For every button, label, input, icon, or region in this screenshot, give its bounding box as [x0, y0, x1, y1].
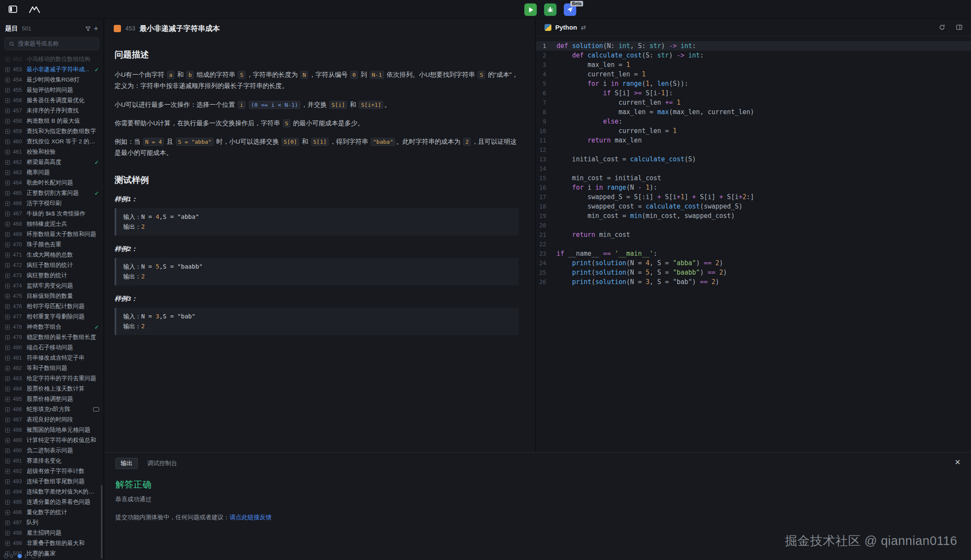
problem-list-item[interactable]: 494连续数字差绝对值为K的问题: [0, 487, 103, 497]
code-area[interactable]: 1def solution(N: int, S: str) -> int:2 d…: [536, 36, 971, 452]
problem-list-item[interactable]: 457未排序的子序列查找: [0, 106, 103, 116]
problem-list-item[interactable]: 456服务器任务调度最优化: [0, 95, 103, 106]
problem-list-item[interactable]: 469环形数组最大子数组和问题: [0, 229, 103, 239]
problem-list-item[interactable]: 492超级有效子字符串计数: [0, 466, 103, 476]
code-line[interactable]: 23if __name__ == '__main__':: [536, 249, 971, 258]
problem-list-item[interactable]: 468独特橡皮泥士兵: [0, 219, 103, 229]
text-token: 1: [646, 184, 650, 191]
code-line[interactable]: 26 print(solution(N = 3, S = "bab") == 2…: [536, 277, 971, 287]
search-input[interactable]: 搜索题号或名称: [4, 37, 99, 50]
tab-debug-console[interactable]: 调试控制台: [147, 460, 177, 467]
problem-list-item[interactable]: 491赛道排名变化: [0, 456, 103, 466]
problem-list-item[interactable]: 499非重叠子数组的最大和: [0, 538, 103, 548]
problem-list-item[interactable]: 476相邻字母匹配计数问题: [0, 301, 103, 312]
code-line[interactable]: 3 max_len = 1: [536, 60, 971, 70]
code-line[interactable]: 10 current_len = 1: [536, 126, 971, 136]
text-token: [642, 184, 646, 191]
problem-list-item[interactable]: 493连续子数组零尾数问题: [0, 476, 103, 487]
problem-list-item[interactable]: 490负二进制表示问题: [0, 445, 103, 456]
problem-list-item[interactable]: 463概率问题: [0, 167, 103, 178]
problem-list-item[interactable]: 462桥梁最高高度✓: [0, 157, 103, 167]
code-line[interactable]: 8 max_len = max(max_len, current_len): [536, 107, 971, 117]
panel-toggle-icon[interactable]: [9, 6, 17, 13]
code-line[interactable]: 25 print(solution(N = 5, S = "baabb") ==…: [536, 268, 971, 277]
problem-list-item[interactable]: 481符串修改成含特定子串: [0, 353, 103, 363]
problem-list-item[interactable]: 461校验和校验: [0, 147, 103, 157]
run-button[interactable]: [524, 3, 537, 16]
problem-list-item[interactable]: 498雇主招聘问题: [0, 528, 103, 538]
sidebar-scrollbar[interactable]: [101, 485, 103, 559]
problem-list-item[interactable]: 455最短评估时间问题: [0, 85, 103, 95]
code-line[interactable]: 19 min_cost = min(min_cost, swapped_cost…: [536, 211, 971, 221]
code-line[interactable]: 9 else:: [536, 117, 971, 126]
problem-list-item[interactable]: 458构造数组 B 的最大值: [0, 116, 103, 126]
problem-list-item[interactable]: 495连通分量的边界着色问题: [0, 497, 103, 507]
problem-list-item[interactable]: 496量化数字的统计: [0, 507, 103, 518]
tag-icon: [93, 407, 99, 412]
check-icon: ✓: [94, 190, 99, 197]
split-view-icon[interactable]: [956, 24, 962, 30]
problem-number: 495: [13, 499, 24, 505]
code-line[interactable]: 17 swapped_S = S[:i] + S[i+1] + S[i] + S…: [536, 192, 971, 202]
problem-list-item[interactable]: 472疯狂子数组的统计: [0, 260, 103, 270]
problem-list-item[interactable]: 480端点石子移动问题: [0, 342, 103, 353]
problem-sidebar: 题目 501 + 搜索题号或名称 452小马移动的数位数组结构453最小非递减子…: [0, 19, 104, 560]
problem-list-item[interactable]: 464歌曲时长配对问题: [0, 178, 103, 188]
problem-list-item[interactable]: 474监狱牢房变化问题: [0, 281, 103, 291]
problem-list-item[interactable]: 479稳定数组的最长子数组长度: [0, 332, 103, 342]
problem-list-item[interactable]: 453最小非递减子字符串成...✓: [0, 64, 103, 75]
problem-list-item[interactable]: 454最少时间收集RGB灯: [0, 75, 103, 85]
code-line[interactable]: 13 initial_cost = calculate_cost(S): [536, 154, 971, 164]
feedback-link[interactable]: 请点此链接反馈: [230, 514, 272, 521]
problem-list-item[interactable]: 473疯狂整数的统计: [0, 270, 103, 281]
problem-list-item[interactable]: 459查找和为指定数的数组数字: [0, 126, 103, 136]
close-icon[interactable]: ✕: [955, 459, 961, 466]
problem-list-item[interactable]: 471生成大网格的总数: [0, 250, 103, 260]
problem-list-item[interactable]: 485股票价格调整问题: [0, 394, 103, 404]
code-line[interactable]: 5 for i in range(1, len(S)):: [536, 79, 971, 88]
code-line[interactable]: 2 def calculate_cost(S: str) -> int:: [536, 51, 971, 60]
problem-list-item[interactable]: 478神奇数字组合✓: [0, 322, 103, 332]
code-line[interactable]: 20: [536, 221, 971, 230]
code-line[interactable]: 1def solution(N: int, S: str) -> int:: [536, 41, 971, 51]
problem-list-item[interactable]: 477相邻重复字母删除问题: [0, 312, 103, 322]
code-line[interactable]: 15 min_cost = initial_cost: [536, 173, 971, 183]
code-line[interactable]: 16 for i in range(N - 1):: [536, 183, 971, 192]
problem-list-item[interactable]: 489计算特定字符串的权值总和: [0, 435, 103, 445]
problem-item-title: 相邻字母匹配计数问题: [27, 303, 99, 310]
code-line[interactable]: 12: [536, 145, 971, 154]
problem-list-item[interactable]: 465正整数切割方案问题✓: [0, 188, 103, 198]
problem-list-item[interactable]: 488被围困的陆地单元格问题: [0, 425, 103, 435]
problem-list-item[interactable]: 487表现良好的时间段: [0, 415, 103, 425]
problem-list-item[interactable]: 466活字字模印刷: [0, 198, 103, 209]
problem-list-item[interactable]: 497队列: [0, 518, 103, 528]
debug-button[interactable]: [544, 3, 557, 16]
text-token: ,S = "baabb": [159, 263, 203, 270]
code-line[interactable]: 21 return min_cost: [536, 230, 971, 239]
code-line[interactable]: 4 current_len = 1: [536, 70, 971, 79]
tab-output[interactable]: 输出: [115, 458, 138, 469]
code-line[interactable]: 7 current_len += 1: [536, 98, 971, 107]
code-line[interactable]: 22: [536, 239, 971, 249]
problem-list-item[interactable]: 484股票价格上涨天数计算: [0, 384, 103, 394]
problem-item-title: 相邻重复字母删除问题: [27, 313, 99, 321]
problem-list-item[interactable]: 470珠子颜色去重: [0, 239, 103, 250]
language-switch-icon[interactable]: ⇄: [581, 24, 586, 31]
refresh-icon[interactable]: [939, 24, 945, 30]
code-line[interactable]: 14: [536, 164, 971, 173]
problem-list-item[interactable]: 467牛妹的 $k$ 次奇怪操作: [0, 209, 103, 219]
problem-list-item[interactable]: 460查找按位 XOR 等于 2 的整...: [0, 136, 103, 147]
problem-list-item[interactable]: 486蛇形填充n阶方阵: [0, 404, 103, 415]
problem-id: 453: [125, 25, 135, 32]
code-line[interactable]: 11 return max_len: [536, 136, 971, 145]
problem-list-item[interactable]: 483给定字符串的字符去重问题: [0, 373, 103, 384]
filter-icon[interactable]: [85, 26, 91, 32]
code-line[interactable]: 24 print(solution(N = 4, S = "abba") == …: [536, 258, 971, 268]
problem-list-item[interactable]: 475目标值矩阵的数量: [0, 291, 103, 301]
add-icon[interactable]: +: [94, 26, 98, 32]
problem-list-item[interactable]: 452小马移动的数位数组结构: [0, 54, 103, 64]
code-line[interactable]: 18 swapped_cost = calculate_cost(swapped…: [536, 202, 971, 211]
problem-list-item[interactable]: 482等和子数组问题: [0, 363, 103, 373]
line-number: 8: [536, 107, 557, 117]
code-line[interactable]: 6 if S[i] >= S[i-1]:: [536, 88, 971, 98]
